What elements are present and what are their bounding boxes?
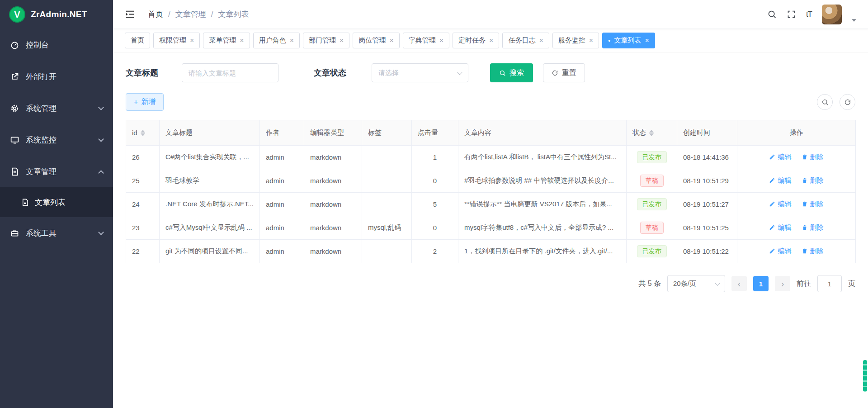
- user-avatar[interactable]: [822, 5, 842, 24]
- table-row: 23 c#写入Mysql中文显示乱码 ... admin markdown my…: [126, 216, 856, 240]
- pencil-icon: [769, 248, 775, 254]
- delete-button[interactable]: 删除: [802, 176, 824, 185]
- cell-title: git 为不同的项目设置不同...: [160, 240, 260, 263]
- refresh-table-button[interactable]: [840, 94, 855, 110]
- toggle-search-button[interactable]: [817, 94, 833, 110]
- close-icon[interactable]: ×: [539, 37, 543, 44]
- app-layout: V ZrAdmin.NET 控制台 外部打开 系统管理 系统监控 文章管理: [0, 0, 868, 408]
- edit-button[interactable]: 编辑: [769, 200, 791, 209]
- table-row: 25 羽毛球教学 admin markdown 0 #羽毛球拍参数说明 ## 中…: [126, 169, 856, 193]
- close-icon[interactable]: ×: [589, 37, 593, 44]
- sidebar-item-system-monitor[interactable]: 系统监控: [0, 124, 113, 156]
- sort-control[interactable]: [141, 130, 145, 136]
- sidebar-item-system-management[interactable]: 系统管理: [0, 92, 113, 124]
- col-header-created: 创建时间: [677, 120, 737, 146]
- close-icon[interactable]: ×: [240, 37, 244, 44]
- tab-label: 菜单管理: [209, 36, 236, 45]
- tab-department[interactable]: 部门管理×: [303, 33, 349, 48]
- col-header-status: 状态: [627, 120, 677, 146]
- close-icon[interactable]: ×: [190, 37, 194, 44]
- tab-menu[interactable]: 菜单管理×: [203, 33, 250, 48]
- col-label: 操作: [790, 128, 803, 136]
- tab-label: 部门管理: [309, 36, 336, 45]
- close-icon[interactable]: ×: [489, 37, 493, 44]
- sidebar-collapse-icon[interactable]: [125, 9, 135, 19]
- article-title-label: 文章标题: [126, 67, 158, 78]
- sidebar-item-label: 系统管理: [26, 103, 57, 114]
- search-button-label: 搜索: [509, 68, 524, 78]
- pagination-total: 共 5 条: [638, 279, 661, 289]
- tab-dictionary[interactable]: 字典管理×: [403, 33, 449, 48]
- search-button[interactable]: 搜索: [490, 63, 533, 82]
- external-link-icon: [10, 72, 19, 81]
- edit-button[interactable]: 编辑: [769, 247, 791, 256]
- tab-article-list[interactable]: ●文章列表×: [602, 33, 655, 48]
- topbar-actions: tT: [767, 5, 856, 24]
- cell-tags: [362, 146, 412, 169]
- cell-author: admin: [260, 146, 304, 169]
- tab-post[interactable]: 岗位管理×: [353, 33, 399, 48]
- add-button[interactable]: + 新增: [126, 93, 164, 111]
- table-toolbar: + 新增: [126, 93, 855, 111]
- tab-task-log[interactable]: 任务日志×: [502, 33, 549, 48]
- font-size-icon[interactable]: tT: [806, 10, 812, 19]
- breadcrumb-article-list[interactable]: 文章列表: [218, 9, 249, 19]
- tab-service-monitor[interactable]: 服务监控×: [552, 33, 599, 48]
- breadcrumb-separator: /: [168, 10, 170, 19]
- close-icon[interactable]: ×: [389, 37, 393, 44]
- sidebar-item-label: 文章列表: [35, 197, 66, 208]
- delete-label: 删除: [810, 223, 824, 232]
- delete-label: 删除: [810, 200, 824, 209]
- sort-control[interactable]: [649, 130, 654, 136]
- next-page-button[interactable]: ›: [775, 276, 790, 291]
- breadcrumb-home[interactable]: 首页: [148, 9, 163, 19]
- breadcrumb-article-management[interactable]: 文章管理: [175, 9, 206, 19]
- delete-button[interactable]: 删除: [802, 223, 824, 232]
- tab-user-role[interactable]: 用户角色×: [253, 33, 300, 48]
- edit-button[interactable]: 编辑: [769, 153, 791, 161]
- page-size-select[interactable]: 20条/页: [667, 275, 725, 292]
- user-menu-caret-icon[interactable]: [852, 19, 856, 22]
- close-icon[interactable]: ×: [645, 37, 649, 44]
- app-title: ZrAdmin.NET: [31, 9, 87, 19]
- goto-page-input[interactable]: [817, 275, 842, 292]
- delete-button[interactable]: 删除: [802, 153, 824, 161]
- close-icon[interactable]: ×: [340, 37, 344, 44]
- scroll-indicator[interactable]: [863, 360, 867, 392]
- sidebar-item-article-management[interactable]: 文章管理: [0, 156, 113, 187]
- edit-button[interactable]: 编辑: [769, 176, 791, 185]
- search-icon[interactable]: [767, 9, 777, 19]
- sidebar-item-dashboard[interactable]: 控制台: [0, 29, 113, 61]
- col-header-id: id: [126, 120, 160, 146]
- col-header-author: 作者: [260, 120, 304, 146]
- delete-button[interactable]: 删除: [802, 200, 824, 209]
- tab-label: 岗位管理: [359, 36, 386, 45]
- table-header-row: id 文章标题 作者 编辑器类型 标签 点击量 文章内容 状态 创建时间 操作: [126, 120, 856, 146]
- delete-button[interactable]: 删除: [802, 247, 824, 256]
- cell-status: 已发布: [627, 240, 677, 263]
- sidebar-item-system-tools[interactable]: 系统工具: [0, 217, 113, 249]
- goto-label: 前往: [797, 279, 811, 289]
- prev-page-button[interactable]: ‹: [731, 276, 747, 291]
- tab-scheduled-task[interactable]: 定时任务×: [453, 33, 499, 48]
- reset-button[interactable]: 重置: [543, 63, 585, 82]
- fullscreen-icon[interactable]: [787, 9, 796, 19]
- edit-button[interactable]: 编辑: [769, 223, 791, 232]
- chevron-down-icon: [98, 104, 104, 110]
- sidebar-item-external-open[interactable]: 外部打开: [0, 61, 113, 92]
- app-logo[interactable]: V ZrAdmin.NET: [0, 0, 113, 29]
- close-icon[interactable]: ×: [290, 37, 294, 44]
- article-title-input[interactable]: [182, 63, 278, 82]
- cell-id: 26: [126, 146, 160, 169]
- select-placeholder: 请选择: [378, 69, 399, 77]
- close-icon[interactable]: ×: [439, 37, 443, 44]
- pencil-icon: [769, 224, 775, 231]
- cell-content: 1，找到项目所在目录下的 .git/文件夹，进入.git/...: [458, 240, 627, 263]
- refresh-icon: [844, 99, 851, 106]
- page-number-button[interactable]: 1: [753, 276, 769, 291]
- tab-permission[interactable]: 权限管理×: [153, 33, 200, 48]
- tab-home[interactable]: 首页: [125, 33, 150, 48]
- col-header-clicks: 点击量: [412, 120, 458, 146]
- article-status-select[interactable]: 请选择: [372, 63, 468, 82]
- sidebar-item-article-list[interactable]: 文章列表: [0, 187, 113, 217]
